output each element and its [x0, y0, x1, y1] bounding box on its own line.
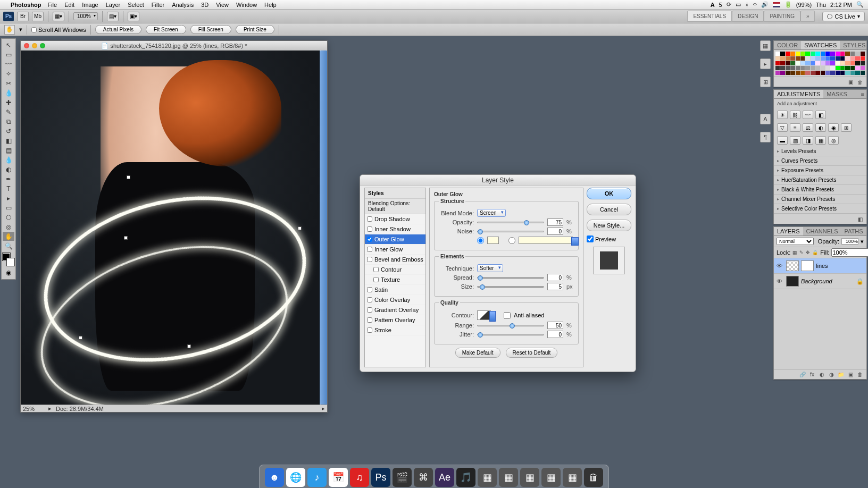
tab-swatches[interactable]: SWATCHES	[801, 41, 840, 49]
layer-fill-input[interactable]	[831, 248, 868, 257]
style-contour[interactable]: Contour	[365, 265, 425, 275]
swatch[interactable]	[805, 52, 809, 56]
preset-chmix[interactable]: Channel Mixer Presets	[774, 195, 866, 204]
swatch[interactable]	[850, 61, 855, 65]
swatch[interactable]	[796, 52, 800, 56]
preset-selcolor[interactable]: Selective Color Presets	[774, 204, 866, 214]
dodge-tool-icon[interactable]: ◐	[3, 165, 14, 174]
swatch[interactable]	[786, 52, 790, 56]
fit-screen-button[interactable]: Fit Screen	[146, 25, 186, 34]
anti-aliased-checkbox[interactable]	[504, 312, 511, 319]
size-slider[interactable]	[477, 286, 544, 288]
app-icon[interactable]: 🎵	[456, 468, 475, 487]
swatch[interactable]	[830, 52, 834, 56]
delete-swatch-icon[interactable]: 🗑	[856, 79, 864, 85]
vertical-scrollbar[interactable]	[320, 51, 327, 405]
trash-icon[interactable]: 🗑	[584, 468, 603, 487]
menu-select[interactable]: Select	[128, 2, 144, 8]
adj-layer-icon[interactable]: ◑	[828, 371, 835, 377]
app-icon[interactable]: ▦	[541, 468, 561, 487]
preset-curves[interactable]: Curves Presets	[774, 156, 866, 166]
swatch[interactable]	[786, 66, 790, 70]
eyedropper-tool-icon[interactable]: 💧	[3, 88, 14, 97]
preset-levels[interactable]: Levels Presets	[774, 147, 866, 156]
spread-input[interactable]	[547, 274, 563, 281]
swatch[interactable]	[805, 56, 809, 61]
glow-color-radio[interactable]	[477, 237, 484, 244]
photo-filter-icon[interactable]: ◉	[828, 123, 839, 132]
swatch[interactable]	[825, 71, 830, 75]
tab-masks[interactable]: MASKS	[823, 90, 850, 98]
path-select-tool-icon[interactable]: ▸	[3, 193, 14, 203]
history-brush-tool-icon[interactable]: ↺	[3, 127, 14, 136]
preset-exposure[interactable]: Exposure Presets	[774, 166, 866, 175]
swatch[interactable]	[790, 61, 795, 65]
style-drop-shadow[interactable]: Drop Shadow	[365, 214, 425, 224]
reset-default-button[interactable]: Reset to Default	[506, 348, 558, 358]
shape-tool-icon[interactable]: ▭	[3, 203, 14, 212]
tab-adjustments[interactable]: ADJUSTMENTS	[774, 90, 823, 98]
swatch[interactable]	[800, 66, 805, 70]
path-anchor[interactable]	[127, 176, 130, 179]
workspace-more[interactable]: »	[800, 11, 815, 22]
swatch[interactable]	[811, 61, 815, 65]
style-satin[interactable]: Satin	[365, 285, 425, 295]
menu-file[interactable]: File	[47, 2, 57, 8]
swatch[interactable]	[811, 52, 815, 56]
style-pattern-overlay[interactable]: Pattern Overlay	[365, 315, 425, 325]
lasso-tool-icon[interactable]: 〰	[3, 60, 14, 69]
lastfm-icon[interactable]: ♫	[350, 468, 369, 487]
jitter-slider[interactable]	[477, 334, 544, 335]
swatch[interactable]	[821, 52, 825, 56]
visibility-icon[interactable]: 👁	[777, 278, 784, 284]
size-input[interactable]	[547, 283, 563, 290]
blending-options-row[interactable]: Blending Options: Default	[365, 199, 425, 214]
swatch[interactable]	[815, 52, 820, 56]
new-layer-icon[interactable]: ▣	[847, 371, 854, 377]
adobe-updater-icon[interactable]: A	[711, 2, 715, 8]
swatch[interactable]	[811, 66, 815, 70]
swatch[interactable]	[786, 71, 790, 75]
chrome-icon[interactable]: 🌐	[286, 468, 305, 487]
swatch[interactable]	[780, 52, 784, 56]
style-texture[interactable]: Texture	[365, 275, 425, 285]
swatch[interactable]	[775, 71, 780, 75]
swatch[interactable]	[850, 52, 855, 56]
swatch[interactable]	[821, 71, 825, 75]
style-inner-shadow[interactable]: Inner Shadow	[365, 224, 425, 234]
swatch[interactable]	[845, 61, 849, 65]
technique-select[interactable]: Softer	[477, 264, 503, 272]
glow-gradient-picker[interactable]	[519, 237, 573, 244]
3d-camera-tool-icon[interactable]: ◎	[3, 222, 14, 231]
swatch[interactable]	[840, 66, 845, 70]
app-name[interactable]: Photoshop	[11, 2, 41, 8]
swatch[interactable]	[796, 61, 800, 65]
swatch[interactable]	[780, 71, 784, 75]
path-anchor[interactable]	[124, 237, 127, 239]
bw-icon[interactable]: ◐	[815, 123, 826, 132]
opacity-input[interactable]	[547, 218, 563, 226]
chmix-icon[interactable]: ⊞	[841, 123, 852, 132]
menu-filter[interactable]: Filter	[152, 2, 164, 8]
canvas[interactable]	[21, 51, 327, 405]
swatch[interactable]	[825, 52, 830, 56]
make-default-button[interactable]: Make Default	[455, 348, 500, 358]
swatch[interactable]	[815, 71, 820, 75]
threshold-icon[interactable]: ◨	[803, 136, 813, 145]
preview-checkbox[interactable]: Preview	[587, 235, 631, 242]
cs-live-button[interactable]: CS Live ▾	[822, 12, 865, 21]
aftereffects-icon[interactable]: Ae	[435, 468, 454, 487]
opacity-slider[interactable]	[477, 222, 544, 223]
swatch[interactable]	[836, 66, 840, 70]
swatch[interactable]	[811, 56, 815, 61]
actions-panel-icon[interactable]: ▸	[760, 58, 771, 69]
swatch[interactable]	[850, 71, 855, 75]
swatch[interactable]	[855, 56, 859, 61]
sync-icon[interactable]: ⟳	[727, 1, 731, 8]
swatch[interactable]	[830, 66, 834, 70]
panel-menu-icon[interactable]: ≡	[859, 90, 866, 98]
adj-footer-icon[interactable]: ◧	[856, 216, 864, 222]
noise-input[interactable]	[547, 228, 563, 235]
styles-header[interactable]: Styles	[365, 188, 425, 199]
swatch[interactable]	[855, 66, 859, 70]
